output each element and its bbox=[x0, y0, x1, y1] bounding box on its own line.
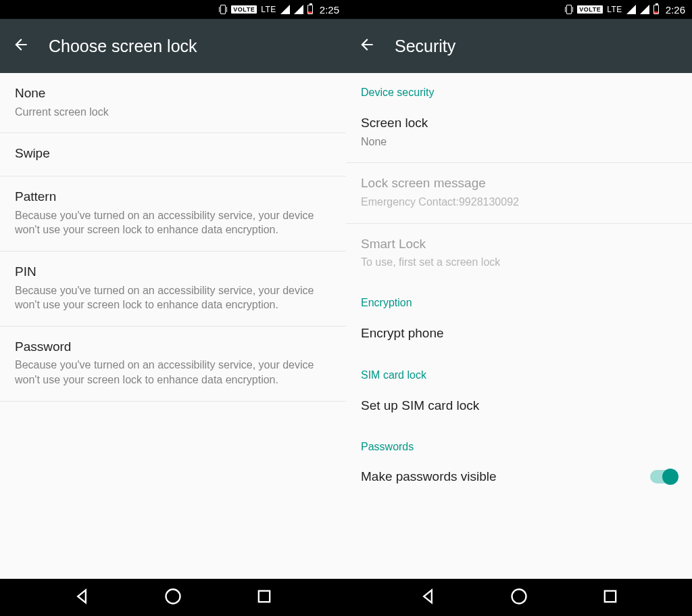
screen-security: VOLTE LTE 2:26 Security Device security … bbox=[346, 0, 692, 579]
option-title: Pattern bbox=[15, 189, 331, 206]
nav-recent-icon[interactable] bbox=[255, 587, 274, 609]
svg-rect-3 bbox=[605, 590, 616, 601]
lock-option-pattern[interactable]: Pattern Because you've turned on an acce… bbox=[0, 176, 346, 252]
item-make-passwords-visible[interactable]: Make passwords visible bbox=[346, 457, 692, 492]
item-title: Make passwords visible bbox=[361, 469, 497, 484]
network-label: LTE bbox=[261, 5, 276, 14]
clock: 2:25 bbox=[320, 4, 339, 16]
nav-home-icon[interactable] bbox=[164, 587, 182, 609]
option-subtitle: Because you've turned on an accessibilit… bbox=[15, 283, 331, 312]
signal-icon bbox=[640, 5, 649, 14]
item-title: Screen lock bbox=[361, 115, 677, 132]
section-sim-card-lock: SIM card lock bbox=[346, 356, 692, 385]
nav-home-icon[interactable] bbox=[510, 587, 528, 609]
section-encryption: Encryption bbox=[346, 283, 692, 313]
section-passwords: Passwords bbox=[346, 427, 692, 457]
status-bar: VOLTE LTE 2:26 bbox=[346, 0, 692, 19]
item-subtitle: Emergency Contact:9928130092 bbox=[361, 195, 677, 210]
option-title: Password bbox=[15, 339, 331, 356]
option-subtitle: Because you've turned on an accessibilit… bbox=[15, 208, 331, 237]
nav-bar-row bbox=[0, 579, 692, 616]
item-encrypt-phone[interactable]: Encrypt phone bbox=[346, 313, 692, 356]
option-title: Swipe bbox=[15, 145, 331, 162]
nav-back-icon[interactable] bbox=[418, 587, 437, 609]
volte-badge: VOLTE bbox=[577, 5, 603, 14]
item-title: Lock screen message bbox=[361, 175, 677, 192]
option-title: PIN bbox=[15, 264, 331, 281]
vibrate-icon bbox=[219, 5, 227, 14]
battery-icon bbox=[307, 5, 313, 14]
status-bar: VOLTE LTE 2:25 bbox=[0, 0, 346, 19]
signal-icon bbox=[280, 5, 290, 14]
svg-point-2 bbox=[512, 589, 526, 603]
lock-option-none[interactable]: None Current screen lock bbox=[0, 73, 346, 133]
item-subtitle: None bbox=[361, 135, 677, 149]
svg-point-0 bbox=[166, 589, 180, 603]
nav-back-icon[interactable] bbox=[72, 587, 91, 609]
nav-bar bbox=[0, 579, 346, 616]
back-arrow-icon[interactable] bbox=[12, 36, 30, 56]
signal-icon bbox=[626, 5, 636, 14]
item-screen-lock[interactable]: Screen lock None bbox=[346, 103, 692, 163]
signal-icon bbox=[294, 5, 303, 14]
option-subtitle: Current screen lock bbox=[15, 105, 331, 120]
action-bar: Security bbox=[346, 19, 692, 73]
item-title: Encrypt phone bbox=[361, 325, 677, 342]
battery-icon bbox=[653, 5, 659, 14]
back-arrow-icon[interactable] bbox=[358, 36, 376, 56]
item-title: Smart Lock bbox=[361, 236, 677, 253]
toggle-switch[interactable] bbox=[650, 470, 677, 483]
section-device-security: Device security bbox=[346, 73, 692, 103]
svg-rect-1 bbox=[259, 590, 270, 601]
volte-badge: VOLTE bbox=[231, 5, 257, 14]
lock-option-pin[interactable]: PIN Because you've turned on an accessib… bbox=[0, 252, 346, 327]
action-bar: Choose screen lock bbox=[0, 19, 346, 73]
nav-recent-icon[interactable] bbox=[601, 587, 620, 609]
nav-bar bbox=[346, 579, 692, 616]
page-title: Security bbox=[395, 37, 455, 56]
clock: 2:26 bbox=[666, 4, 685, 16]
lock-options-list: None Current screen lock Swipe Pattern B… bbox=[0, 73, 346, 579]
item-smart-lock: Smart Lock To use, first set a screen lo… bbox=[346, 224, 692, 283]
lock-option-swipe[interactable]: Swipe bbox=[0, 133, 346, 176]
network-label: LTE bbox=[607, 5, 622, 14]
vibrate-icon bbox=[565, 5, 573, 14]
item-lock-screen-message: Lock screen message Emergency Contact:99… bbox=[346, 163, 692, 223]
screen-choose-lock: VOLTE LTE 2:25 Choose screen lock None C… bbox=[0, 0, 346, 579]
option-subtitle: Because you've turned on an accessibilit… bbox=[15, 358, 331, 387]
item-setup-sim-lock[interactable]: Set up SIM card lock bbox=[346, 385, 692, 428]
item-title: Set up SIM card lock bbox=[361, 398, 677, 414]
lock-option-password[interactable]: Password Because you've turned on an acc… bbox=[0, 327, 346, 402]
security-list: Device security Screen lock None Lock sc… bbox=[346, 73, 692, 579]
item-subtitle: To use, first set a screen lock bbox=[361, 255, 677, 270]
page-title: Choose screen lock bbox=[49, 37, 197, 56]
option-title: None bbox=[15, 85, 331, 102]
